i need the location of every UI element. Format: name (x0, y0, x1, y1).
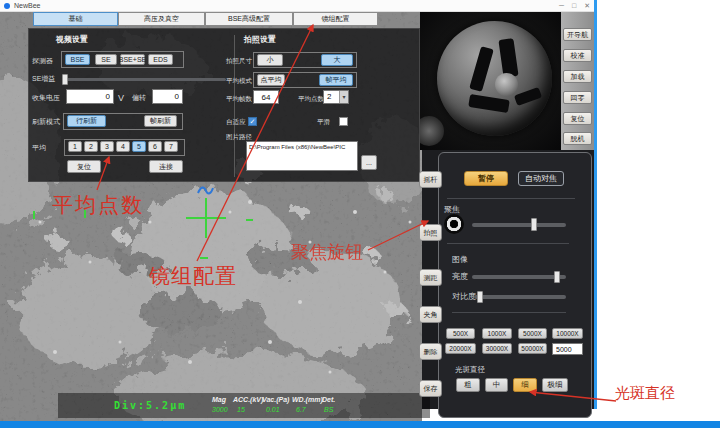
load-button[interactable]: 加载 (563, 70, 592, 83)
mag-5000x-button[interactable]: 5000X (518, 328, 547, 339)
refresh-row-button[interactable]: 行刷新 (67, 115, 106, 127)
connect-button[interactable]: 连接 (149, 160, 183, 173)
sidetab-angle[interactable]: 夹角 (419, 306, 442, 323)
tab-hv-vacuum[interactable]: 高压及真空 (118, 12, 205, 26)
path-input[interactable]: D:\Program Files (x86)\NewBee\PIC (246, 141, 358, 171)
hud-det-header: Det. (322, 396, 335, 403)
voltage-unit-label: V (118, 93, 124, 103)
sidetab-save[interactable]: 保存 (419, 380, 442, 397)
browse-button[interactable]: ... (361, 155, 377, 170)
average-5-button[interactable]: 5 (132, 141, 146, 152)
deflect-input[interactable] (152, 89, 183, 104)
divider (452, 312, 566, 313)
brightness-slider[interactable] (472, 275, 566, 279)
refresh-frame-button[interactable]: 帧刷新 (144, 115, 177, 127)
mag-20000x-button[interactable]: 20000X (445, 343, 476, 354)
taskbar[interactable] (0, 421, 720, 428)
calibrate-button[interactable]: 校准 (563, 49, 592, 62)
average-3-button[interactable]: 3 (100, 141, 114, 152)
se-gain-label: SE增益 (32, 74, 55, 84)
adaptive-label: 自适应 (226, 118, 246, 127)
wave-icon (197, 184, 215, 196)
se-gain-slider[interactable] (63, 78, 226, 81)
brightness-slider-handle[interactable] (554, 271, 560, 283)
sidetab-measure[interactable]: 测距 (419, 269, 442, 286)
spot-fine-button[interactable]: 细 (513, 378, 537, 392)
camera-highlight (420, 116, 444, 146)
se-gain-slider-handle[interactable] (62, 74, 68, 85)
autofocus-button[interactable]: 自动对焦 (518, 171, 564, 186)
adaptive-checkbox[interactable]: ✓ (248, 117, 257, 126)
detector-label: 探测器 (32, 56, 53, 66)
deflect-label: 偏转 (132, 93, 146, 103)
size-large-button[interactable]: 大 (321, 54, 353, 66)
pause-button[interactable]: 暂停 (464, 171, 508, 186)
spot-coarse-button[interactable]: 粗 (456, 378, 480, 392)
hud-vac-header: Vac.(Pa) (262, 396, 289, 403)
sidetab-joystick[interactable]: 摇杆 (419, 171, 442, 188)
mag-500x-button[interactable]: 500X (446, 328, 475, 339)
offline-button[interactable]: 脱机 (563, 132, 592, 145)
avg-frames-input[interactable] (253, 90, 279, 104)
app-icon (4, 3, 10, 9)
avg-frame-button[interactable]: 帧平均 (319, 74, 353, 86)
detector-eds-button[interactable]: EDS (148, 54, 173, 65)
contrast-slider-handle[interactable] (477, 291, 483, 303)
tab-lens-config[interactable]: 镜组配置 (293, 12, 378, 26)
spot-medium-button[interactable]: 中 (485, 378, 508, 392)
avg-mode-label: 平均模式 (226, 77, 252, 86)
contrast-slider[interactable] (474, 295, 566, 299)
average-4-button[interactable]: 4 (116, 141, 130, 152)
control-panel: 暂停 自动对焦 聚焦 图像 亮度 对比度 500X 1000X 5000X 10… (438, 152, 592, 418)
average-7-button[interactable]: 7 (164, 141, 178, 152)
crosshair-vertical (205, 198, 207, 238)
collect-voltage-label: 收集电压 (32, 93, 60, 103)
focus-slider-handle[interactable] (531, 218, 537, 231)
focus-knob[interactable] (444, 214, 464, 234)
divider (447, 243, 569, 244)
divider (447, 198, 575, 199)
focus-slider[interactable] (472, 223, 566, 227)
green-tick (200, 257, 208, 259)
annotation-lens-config: 镜组配置 (149, 262, 237, 290)
magnification-input[interactable] (552, 343, 583, 355)
tab-bse-advanced[interactable]: BSE高级配置 (205, 12, 293, 26)
mag-30000x-button[interactable]: 30000X (482, 343, 512, 354)
avg-point-button[interactable]: 点平均 (257, 74, 285, 86)
home-button[interactable]: 回零 (563, 91, 592, 104)
chevron-down-icon[interactable]: ▾ (339, 91, 348, 103)
hud-mag-value: 3000 (212, 406, 228, 413)
annotation-focus-knob: 聚焦旋钮 (291, 240, 363, 264)
hud-acc-value: 15 (237, 406, 245, 413)
sidetab-capture[interactable]: 拍照 (419, 224, 442, 241)
average-2-button[interactable]: 2 (84, 141, 98, 152)
annotation-avg-points: 平均点数 (52, 191, 144, 219)
desktop: NewBee ─ □ ✕ (0, 0, 720, 428)
titlebar: NewBee ─ □ ✕ (0, 0, 594, 12)
maximize-icon[interactable]: □ (572, 1, 576, 11)
minimize-icon[interactable]: ─ (559, 1, 564, 11)
size-small-button[interactable]: 小 (257, 54, 283, 66)
mag-1000x-button[interactable]: 1000X (482, 328, 512, 339)
detector-bse-se-button[interactable]: BSE+SE (120, 54, 145, 65)
stage-reset-button[interactable]: 复位 (563, 112, 592, 125)
annotation-spot-diameter: 光斑直径 (615, 384, 675, 403)
avg-points-dropdown[interactable]: 2 ▾ (323, 90, 349, 104)
sidetab-delete[interactable]: 删除 (419, 343, 442, 360)
spot-extrafine-button[interactable]: 极细 (542, 378, 568, 392)
open-navigation-button[interactable]: 开导航 (563, 28, 592, 41)
average-1-button[interactable]: 1 (68, 141, 82, 152)
smooth-checkbox[interactable] (339, 117, 348, 126)
image-section-label: 图像 (452, 254, 468, 265)
reset-button[interactable]: 复位 (67, 160, 101, 173)
detector-se-button[interactable]: SE (95, 54, 117, 65)
collect-voltage-input[interactable] (66, 89, 114, 104)
average-6-button[interactable]: 6 (148, 141, 162, 152)
mag-50000x-button[interactable]: 50000X (518, 343, 547, 354)
close-icon[interactable]: ✕ (584, 1, 590, 11)
mag-10000x-button[interactable]: 10000X (552, 328, 583, 339)
hud-det-value: BS (324, 406, 333, 413)
detector-bse-button[interactable]: BSE (65, 54, 90, 65)
tab-basic[interactable]: 基础 (33, 12, 118, 26)
green-tick (246, 219, 253, 221)
